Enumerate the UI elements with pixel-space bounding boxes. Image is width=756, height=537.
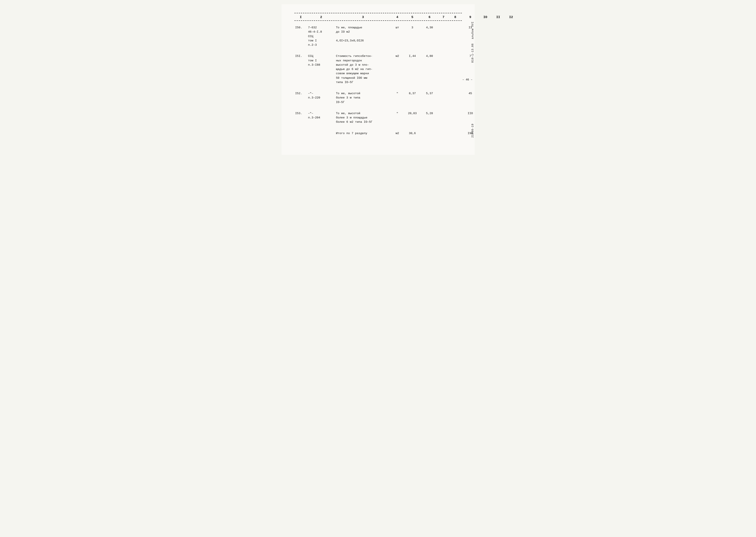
col-header-8: 8 [449, 16, 462, 19]
row-150-val11 [492, 25, 505, 26]
row-150-val9: I3 [462, 25, 479, 30]
col-header-2: 2 [307, 16, 335, 19]
total-val7 [438, 131, 449, 132]
col-header-9: 9 [462, 16, 479, 19]
col-header-3: 3 [335, 16, 391, 19]
row-150-unit: шт [391, 25, 404, 30]
row-152-val11 [492, 91, 505, 92]
row-152-val12 [505, 91, 518, 92]
row-151-qty: I,44 [404, 54, 421, 59]
side-annotations: альбом XVI 810-1-13.86 [471, 21, 474, 62]
row-151-val9: 7 [462, 54, 479, 59]
row-153-val12 [505, 111, 518, 112]
row-150-val13 [518, 25, 530, 26]
row-151-id: I5I. [294, 54, 307, 59]
page-number-label: – 46 – [462, 78, 473, 81]
total-unit: м2 [391, 131, 404, 136]
row-153-val9: IIO [462, 111, 479, 116]
row-153-val11 [492, 111, 505, 112]
table-row-total: Итого по 7 разделу м2 30,6 I90 [294, 131, 462, 136]
row-152-val9: 45 [462, 91, 479, 96]
total-val9: I90 [462, 131, 479, 136]
col-header-12: I2 [505, 16, 518, 19]
table-row: I53. –"– п.3–204 То же, высотой более 3 … [294, 111, 462, 125]
row-152-val10 [479, 91, 492, 92]
row-152-val8 [449, 91, 462, 92]
row-150-val8 [449, 25, 462, 26]
total-val13 [518, 131, 530, 132]
total-val11 [492, 131, 505, 132]
row-151-val10 [479, 54, 492, 55]
row-152-qty: 8,37 [404, 91, 421, 96]
column-headers: I 2 3 4 5 6 7 8 9 IO II I2 [294, 14, 462, 21]
row-151-ref: ССЦ том I п.3–I88 [307, 54, 335, 67]
col-header-4: 4 [391, 16, 404, 19]
row-153-val8 [449, 111, 462, 112]
row-151-val11 [492, 54, 505, 55]
row-152-val13 [518, 91, 530, 92]
row-151-val13 [518, 54, 530, 55]
row-152-unit: " [391, 91, 404, 96]
row-150-val7 [438, 25, 449, 26]
col-header-6: 6 [421, 16, 438, 19]
doc-number: 21598-19 [471, 124, 474, 138]
col-header-5: 5 [404, 16, 421, 19]
row-150-ref: 7–632 46–4–I.8 ССЦ том I п.2–3 [307, 25, 335, 48]
row-153-val7 [438, 111, 449, 112]
row-153-ref: –"– п.3–204 [307, 111, 335, 121]
top-divider [294, 13, 462, 13]
table-row: I5I. ССЦ том I п.3–I88 Стоимость гипсобе… [294, 54, 462, 85]
row-152-ref: –"– п.3–220 [307, 91, 335, 101]
row-153-desc: То же, высотой более 3 м площадью более … [335, 111, 391, 125]
page: I 2 3 4 5 6 7 8 9 IO II I2 I50. 7–632 46… [281, 4, 475, 155]
row-152-id: I52. [294, 91, 307, 96]
row-151-val7 [438, 54, 449, 55]
row-151-val8 [449, 54, 462, 55]
sub-divider [294, 21, 462, 21]
row-150-desc: То же, площадью до IO м2 4,OI+23,3х0,OI2… [335, 25, 391, 43]
col-header-10: IO [479, 16, 492, 19]
col-header-7: 7 [438, 16, 449, 19]
album-number: 810-1-13.86 [471, 43, 474, 62]
col-header-13 [518, 16, 530, 19]
row-151-val12 [505, 54, 518, 55]
table-row: I52. –"– п.3–220 То же, высотой более 3 … [294, 91, 462, 105]
row-150-val10 [479, 25, 492, 26]
total-qty: 30,6 [404, 131, 421, 136]
row-153-val10 [479, 111, 492, 112]
row-150-val12 [505, 25, 518, 26]
total-ref [307, 131, 335, 132]
table-row: I50. 7–632 46–4–I.8 ССЦ том I п.2–3 То ж… [294, 25, 462, 48]
row-150-qty: 3 [404, 25, 421, 30]
row-151-val6: 4,80 [421, 54, 438, 59]
row-152-val6: 5,37 [421, 91, 438, 96]
row-150-val6: 4,30 [421, 25, 438, 30]
row-153-id: I53. [294, 111, 307, 116]
row-153-qty: 20,83 [404, 111, 421, 116]
row-152-desc: То же, высотой более 3 м типа IO–5Г [335, 91, 391, 105]
row-153-unit: " [391, 111, 404, 116]
total-label: Итого по 7 разделу [335, 131, 391, 136]
row-153-val6: 5,28 [421, 111, 438, 116]
row-150-id: I50. [294, 25, 307, 30]
album-label: альбом XVI [471, 21, 474, 39]
table-body: I50. 7–632 46–4–I.8 ССЦ том I п.2–3 То ж… [294, 25, 462, 136]
row-151-desc: Стоимость гипсобетон- ных перегородок вы… [335, 54, 391, 85]
row-151-unit: м2 [391, 54, 404, 59]
total-val6 [421, 131, 438, 132]
total-val8 [449, 131, 462, 132]
col-header-11: II [492, 16, 505, 19]
total-val12 [505, 131, 518, 132]
total-id [294, 131, 307, 132]
col-header-1: I [294, 16, 307, 19]
row-152-val7 [438, 91, 449, 92]
total-val10 [479, 131, 492, 132]
doc-number-label: 21598-19 [471, 124, 474, 138]
row-153-val13 [518, 111, 530, 112]
